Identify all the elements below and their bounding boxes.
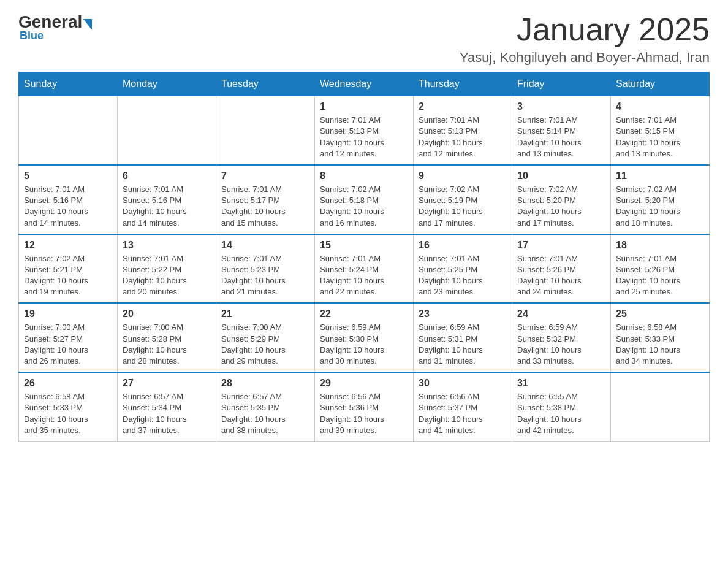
day-number: 5 bbox=[24, 170, 112, 182]
logo-arrow-icon bbox=[83, 19, 92, 30]
day-number: 12 bbox=[24, 240, 112, 251]
day-info: Sunrise: 7:01 AM Sunset: 5:16 PM Dayligh… bbox=[24, 184, 112, 229]
day-number: 10 bbox=[517, 170, 605, 182]
calendar-day-cell: 15Sunrise: 7:01 AM Sunset: 5:24 PM Dayli… bbox=[315, 234, 414, 304]
day-of-week-header: Tuesday bbox=[216, 72, 315, 96]
day-info: Sunrise: 7:01 AM Sunset: 5:26 PM Dayligh… bbox=[517, 253, 605, 298]
day-number: 24 bbox=[517, 308, 605, 320]
calendar-day-cell: 14Sunrise: 7:01 AM Sunset: 5:23 PM Dayli… bbox=[216, 234, 315, 304]
day-info: Sunrise: 7:02 AM Sunset: 5:21 PM Dayligh… bbox=[24, 253, 112, 298]
calendar-day-cell: 23Sunrise: 6:59 AM Sunset: 5:31 PM Dayli… bbox=[414, 303, 512, 372]
day-info: Sunrise: 6:59 AM Sunset: 5:32 PM Dayligh… bbox=[517, 322, 605, 367]
day-of-week-header: Thursday bbox=[414, 72, 512, 96]
day-info: Sunrise: 7:01 AM Sunset: 5:16 PM Dayligh… bbox=[123, 184, 211, 229]
day-info: Sunrise: 7:02 AM Sunset: 5:20 PM Dayligh… bbox=[517, 184, 605, 229]
day-number: 14 bbox=[221, 240, 309, 251]
day-info: Sunrise: 6:55 AM Sunset: 5:38 PM Dayligh… bbox=[517, 391, 605, 436]
day-number: 27 bbox=[123, 378, 211, 389]
calendar-week-row: 12Sunrise: 7:02 AM Sunset: 5:21 PM Dayli… bbox=[19, 234, 710, 304]
day-number: 28 bbox=[221, 378, 309, 389]
day-number: 15 bbox=[320, 240, 408, 251]
calendar-day-cell: 8Sunrise: 7:02 AM Sunset: 5:18 PM Daylig… bbox=[315, 165, 414, 234]
day-info: Sunrise: 7:01 AM Sunset: 5:23 PM Dayligh… bbox=[221, 253, 309, 298]
day-info: Sunrise: 7:01 AM Sunset: 5:24 PM Dayligh… bbox=[320, 253, 408, 298]
day-info: Sunrise: 7:02 AM Sunset: 5:18 PM Dayligh… bbox=[320, 184, 408, 229]
calendar-week-row: 19Sunrise: 7:00 AM Sunset: 5:27 PM Dayli… bbox=[19, 303, 710, 372]
day-info: Sunrise: 7:01 AM Sunset: 5:22 PM Dayligh… bbox=[123, 253, 211, 298]
month-title: January 2025 bbox=[460, 12, 710, 47]
calendar-day-cell: 1Sunrise: 7:01 AM Sunset: 5:13 PM Daylig… bbox=[315, 96, 414, 165]
day-number: 11 bbox=[616, 170, 704, 182]
day-info: Sunrise: 7:01 AM Sunset: 5:17 PM Dayligh… bbox=[221, 184, 309, 229]
calendar-day-cell: 5Sunrise: 7:01 AM Sunset: 5:16 PM Daylig… bbox=[19, 165, 118, 234]
day-number: 17 bbox=[517, 240, 605, 251]
day-info: Sunrise: 7:01 AM Sunset: 5:14 PM Dayligh… bbox=[517, 115, 605, 159]
logo-blue-text: Blue bbox=[20, 29, 44, 42]
day-info: Sunrise: 7:00 AM Sunset: 5:29 PM Dayligh… bbox=[221, 322, 309, 367]
day-number: 7 bbox=[221, 170, 309, 182]
calendar-day-cell: 18Sunrise: 7:01 AM Sunset: 5:26 PM Dayli… bbox=[611, 234, 710, 304]
calendar-day-cell: 3Sunrise: 7:01 AM Sunset: 5:14 PM Daylig… bbox=[512, 96, 611, 165]
day-number: 18 bbox=[616, 240, 704, 251]
title-block: January 2025 Yasuj, Kohgiluyeh and Boyer… bbox=[460, 12, 710, 66]
day-number: 31 bbox=[517, 378, 605, 389]
location-title: Yasuj, Kohgiluyeh and Boyer-Ahmad, Iran bbox=[460, 50, 710, 66]
day-of-week-header: Saturday bbox=[611, 72, 710, 96]
day-of-week-header: Monday bbox=[118, 72, 216, 96]
calendar-day-cell bbox=[611, 372, 710, 441]
calendar-day-cell: 26Sunrise: 6:58 AM Sunset: 5:33 PM Dayli… bbox=[19, 372, 118, 441]
calendar-day-cell: 31Sunrise: 6:55 AM Sunset: 5:38 PM Dayli… bbox=[512, 372, 611, 441]
calendar-day-cell: 21Sunrise: 7:00 AM Sunset: 5:29 PM Dayli… bbox=[216, 303, 315, 372]
day-info: Sunrise: 7:01 AM Sunset: 5:13 PM Dayligh… bbox=[419, 115, 507, 159]
day-number: 20 bbox=[123, 308, 211, 320]
calendar-header-row: SundayMondayTuesdayWednesdayThursdayFrid… bbox=[19, 72, 710, 96]
day-number: 1 bbox=[320, 101, 408, 112]
day-info: Sunrise: 6:56 AM Sunset: 5:37 PM Dayligh… bbox=[419, 391, 507, 436]
calendar-day-cell: 17Sunrise: 7:01 AM Sunset: 5:26 PM Dayli… bbox=[512, 234, 611, 304]
day-of-week-header: Sunday bbox=[19, 72, 118, 96]
calendar-day-cell: 2Sunrise: 7:01 AM Sunset: 5:13 PM Daylig… bbox=[414, 96, 512, 165]
day-number: 19 bbox=[24, 308, 112, 320]
calendar-day-cell: 4Sunrise: 7:01 AM Sunset: 5:15 PM Daylig… bbox=[611, 96, 710, 165]
day-number: 3 bbox=[517, 101, 605, 112]
day-number: 13 bbox=[123, 240, 211, 251]
day-number: 8 bbox=[320, 170, 408, 182]
calendar-day-cell: 6Sunrise: 7:01 AM Sunset: 5:16 PM Daylig… bbox=[118, 165, 216, 234]
calendar-day-cell: 10Sunrise: 7:02 AM Sunset: 5:20 PM Dayli… bbox=[512, 165, 611, 234]
day-of-week-header: Wednesday bbox=[315, 72, 414, 96]
calendar-day-cell: 16Sunrise: 7:01 AM Sunset: 5:25 PM Dayli… bbox=[414, 234, 512, 304]
calendar-day-cell: 9Sunrise: 7:02 AM Sunset: 5:19 PM Daylig… bbox=[414, 165, 512, 234]
calendar-day-cell: 22Sunrise: 6:59 AM Sunset: 5:30 PM Dayli… bbox=[315, 303, 414, 372]
day-number: 30 bbox=[419, 378, 507, 389]
day-of-week-header: Friday bbox=[512, 72, 611, 96]
day-number: 22 bbox=[320, 308, 408, 320]
day-info: Sunrise: 7:02 AM Sunset: 5:20 PM Dayligh… bbox=[616, 184, 704, 229]
day-number: 25 bbox=[616, 308, 704, 320]
day-number: 16 bbox=[419, 240, 507, 251]
calendar-day-cell: 24Sunrise: 6:59 AM Sunset: 5:32 PM Dayli… bbox=[512, 303, 611, 372]
page-header: General Blue January 2025 Yasuj, Kohgilu… bbox=[18, 12, 710, 66]
day-info: Sunrise: 7:01 AM Sunset: 5:25 PM Dayligh… bbox=[419, 253, 507, 298]
day-info: Sunrise: 6:57 AM Sunset: 5:34 PM Dayligh… bbox=[123, 391, 211, 436]
day-number: 21 bbox=[221, 308, 309, 320]
calendar-week-row: 1Sunrise: 7:01 AM Sunset: 5:13 PM Daylig… bbox=[19, 96, 710, 165]
calendar-day-cell: 29Sunrise: 6:56 AM Sunset: 5:36 PM Dayli… bbox=[315, 372, 414, 441]
day-number: 23 bbox=[419, 308, 507, 320]
calendar-day-cell: 20Sunrise: 7:00 AM Sunset: 5:28 PM Dayli… bbox=[118, 303, 216, 372]
calendar-day-cell: 12Sunrise: 7:02 AM Sunset: 5:21 PM Dayli… bbox=[19, 234, 118, 304]
calendar-day-cell: 19Sunrise: 7:00 AM Sunset: 5:27 PM Dayli… bbox=[19, 303, 118, 372]
day-info: Sunrise: 7:01 AM Sunset: 5:26 PM Dayligh… bbox=[616, 253, 704, 298]
calendar-day-cell bbox=[118, 96, 216, 165]
calendar-day-cell: 11Sunrise: 7:02 AM Sunset: 5:20 PM Dayli… bbox=[611, 165, 710, 234]
logo: General Blue bbox=[18, 12, 93, 42]
day-info: Sunrise: 7:02 AM Sunset: 5:19 PM Dayligh… bbox=[419, 184, 507, 229]
day-info: Sunrise: 7:00 AM Sunset: 5:27 PM Dayligh… bbox=[24, 322, 112, 367]
day-info: Sunrise: 7:01 AM Sunset: 5:13 PM Dayligh… bbox=[320, 115, 408, 159]
day-info: Sunrise: 6:56 AM Sunset: 5:36 PM Dayligh… bbox=[320, 391, 408, 436]
day-info: Sunrise: 6:58 AM Sunset: 5:33 PM Dayligh… bbox=[616, 322, 704, 367]
calendar-week-row: 26Sunrise: 6:58 AM Sunset: 5:33 PM Dayli… bbox=[19, 372, 710, 441]
day-number: 2 bbox=[419, 101, 507, 112]
calendar-day-cell: 28Sunrise: 6:57 AM Sunset: 5:35 PM Dayli… bbox=[216, 372, 315, 441]
day-number: 6 bbox=[123, 170, 211, 182]
day-info: Sunrise: 6:59 AM Sunset: 5:30 PM Dayligh… bbox=[320, 322, 408, 367]
